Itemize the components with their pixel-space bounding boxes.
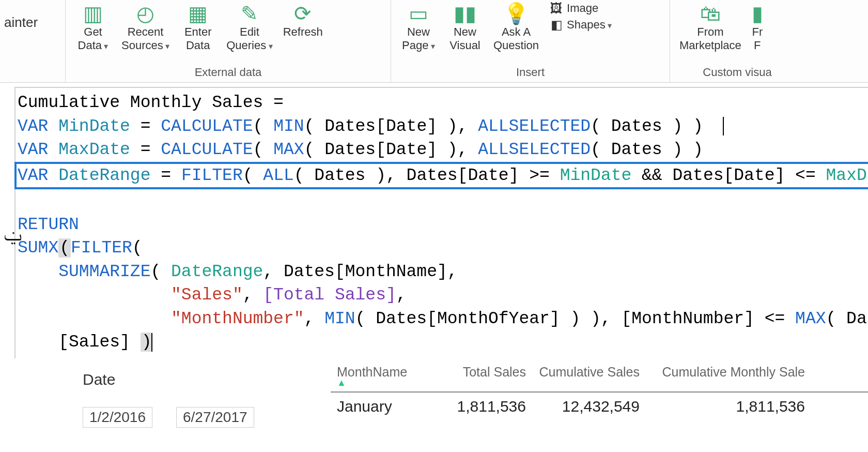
marketplace-icon: 🛍 <box>700 2 721 25</box>
enter-data-button[interactable]: ▦ Enter Data <box>175 0 221 53</box>
cell-cms: 1,811,536 <box>646 398 811 415</box>
cell-month: January <box>331 398 429 415</box>
refresh-button[interactable]: ⟳ Refresh <box>278 0 328 39</box>
col-cumulative-sales[interactable]: Cumulative Sales <box>532 365 646 388</box>
shapes-icon: ◧ <box>549 18 564 32</box>
insert-shapes-button[interactable]: ◧ Shapes <box>547 17 614 33</box>
insert-image-label: Image <box>567 2 598 15</box>
from-file-label: Fr F <box>752 25 763 53</box>
group-label-custom-visuals: Custom visua <box>674 64 800 80</box>
date-slicer[interactable]: Date 1/2/2016 6/27/2017 <box>0 361 331 428</box>
edit-queries-icon: ✎ <box>241 2 258 25</box>
slicer-end-date[interactable]: 6/27/2017 <box>176 407 254 428</box>
group-label-external-data: External data <box>70 64 386 80</box>
from-marketplace-button[interactable]: 🛍 From Marketplace <box>674 0 747 53</box>
get-data-button[interactable]: ▥ Get Data <box>70 0 116 53</box>
group-label-clipboard <box>4 64 61 80</box>
text-cursor <box>723 117 724 135</box>
recent-sources-icon: ◴ <box>136 2 154 25</box>
cell-total: 1,811,536 <box>429 398 532 415</box>
dax-line-1: Cumulative Monthly Sales = <box>18 93 294 112</box>
group-label-insert: Insert <box>395 64 665 80</box>
format-painter-button[interactable]: ainter <box>4 0 61 31</box>
edge-glyph: ݔ <box>3 221 21 246</box>
col-total-sales[interactable]: Total Sales <box>429 365 532 388</box>
ask-question-icon: 💡 <box>503 2 529 25</box>
from-marketplace-label: From Marketplace <box>679 25 741 53</box>
dax-formula-editor[interactable]: Cumulative Monthly Sales = VAR MinDate =… <box>14 87 868 358</box>
col-monthname[interactable]: MonthName ▲ <box>331 365 429 388</box>
text-cursor-2 <box>151 333 152 352</box>
new-page-icon: ▭ <box>409 2 428 25</box>
new-page-button[interactable]: ▭ New Page <box>395 0 442 53</box>
sales-table-visual[interactable]: MonthName ▲ Total Sales Cumulative Sales… <box>331 361 868 428</box>
edit-queries-label: Edit Queries <box>226 25 273 53</box>
formula-bar-container: ݔ Cumulative Monthly Sales = VAR MinDate… <box>14 87 868 358</box>
table-row[interactable]: January 1,811,536 12,432,549 1,811,536 <box>331 393 868 415</box>
from-file-icon: ▮ <box>752 2 763 25</box>
new-visual-icon: ▮▮ <box>454 2 476 25</box>
slicer-start-date[interactable]: 1/2/2016 <box>83 407 152 428</box>
recent-sources-label: Recent Sources <box>121 25 169 53</box>
new-page-label: New Page <box>402 25 435 53</box>
get-data-icon: ▥ <box>83 2 103 25</box>
insert-shapes-label: Shapes <box>567 18 612 32</box>
report-canvas: Date 1/2/2016 6/27/2017 MonthName ▲ Tota… <box>0 361 868 428</box>
ask-question-label: Ask A Question <box>493 25 539 53</box>
refresh-icon: ⟳ <box>294 2 312 25</box>
edit-queries-button[interactable]: ✎ Edit Queries <box>221 0 278 53</box>
table-header-row: MonthName ▲ Total Sales Cumulative Sales… <box>331 365 868 393</box>
from-file-button[interactable]: ▮ Fr F <box>747 0 768 53</box>
get-data-label: Get Data <box>78 25 109 53</box>
cell-cum: 12,432,549 <box>532 398 646 415</box>
image-icon: 🖼 <box>549 1 564 16</box>
col-cumulative-monthly-sales[interactable]: Cumulative Monthly Sale <box>646 365 811 388</box>
highlighted-formula-line: VAR DateRange = FILTER( ALL( Dates ), Da… <box>14 162 868 190</box>
slicer-title: Date <box>83 371 315 388</box>
refresh-label: Refresh <box>283 25 323 39</box>
ask-question-button[interactable]: 💡 Ask A Question <box>488 0 544 53</box>
format-painter-label: ainter <box>4 14 38 31</box>
ribbon-toolbar: ainter ▥ Get Data ◴ Recent Sources ▦ Ent… <box>0 0 868 83</box>
insert-image-button[interactable]: 🖼 Image <box>547 0 614 17</box>
recent-sources-button[interactable]: ◴ Recent Sources <box>116 0 175 53</box>
new-visual-label: New Visual <box>450 25 481 53</box>
enter-data-label: Enter Data <box>184 25 212 53</box>
new-visual-button[interactable]: ▮▮ New Visual <box>442 0 488 53</box>
enter-data-icon: ▦ <box>188 2 208 25</box>
